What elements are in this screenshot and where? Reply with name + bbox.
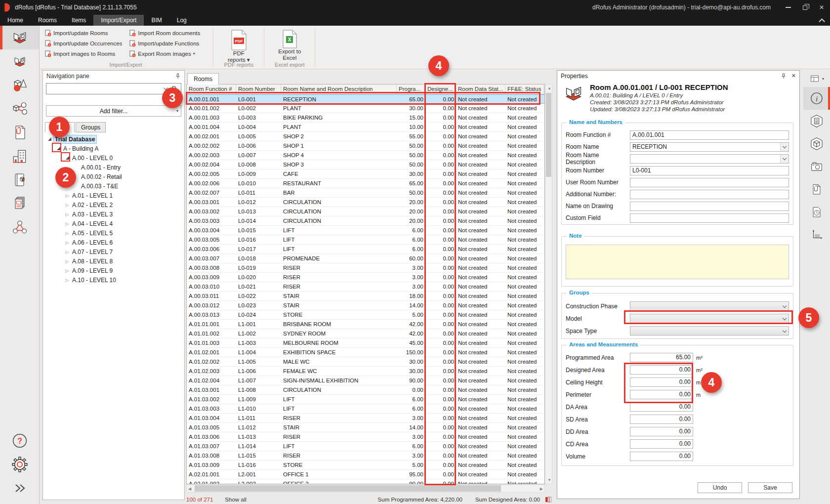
table-row[interactable]: A.00.03.011L0-022STAIR18.000.00Not creat…: [187, 292, 544, 301]
field-name-on-drawing[interactable]: [630, 202, 789, 211]
field-additional-number-[interactable]: [630, 190, 789, 199]
undo-button[interactable]: Undo: [698, 482, 742, 493]
table-row[interactable]: A.00.02.003L0-007SHOP 450.000.00Not crea…: [187, 151, 544, 160]
scroll-left-icon[interactable]: ◀: [188, 487, 191, 491]
table-row[interactable]: A.00.01.003L0-003BIKE PARKING15.000.00No…: [187, 113, 544, 123]
horizontal-scrollbar[interactable]: ◀ ▶: [186, 484, 545, 493]
report-book-icon[interactable]: [545, 496, 552, 503]
table-row[interactable]: A.00.03.012L0-023STAIR14.000.00Not creat…: [187, 301, 544, 310]
table-row[interactable]: A.00.03.003L0-014CIRCULATION20.000.00Not…: [187, 216, 544, 226]
column-header[interactable]: Room Name and Room Description: [281, 84, 397, 94]
field-construction-phase[interactable]: [630, 301, 789, 311]
menu-tab-rooms[interactable]: Rooms: [31, 15, 64, 26]
tree-collapsed-arrow-icon[interactable]: ▷: [64, 192, 71, 199]
column-header[interactable]: Room Number: [236, 84, 281, 94]
sidebar-item-items[interactable]: [0, 73, 39, 97]
tree-item[interactable]: ▷A.04 - LEVEL 4: [43, 219, 184, 228]
table-row[interactable]: A.01.03.008L1-015RISER3.000.00Not create…: [187, 451, 544, 461]
column-header[interactable]: Room Function #: [187, 84, 236, 94]
close-button[interactable]: ✕: [813, 0, 830, 15]
pdf-reports-button[interactable]: PDF PDF reports ▾: [219, 28, 258, 61]
tool-room-images[interactable]: [803, 155, 830, 178]
tree-expanded-arrow-icon[interactable]: [55, 145, 62, 152]
table-row[interactable]: A.01.03.002L1-009LIFT6.000.00Not created…: [187, 395, 544, 404]
close-icon[interactable]: ✕: [791, 73, 796, 79]
field-programmed-area[interactable]: 65.00: [630, 353, 693, 362]
table-row[interactable]: A.02.01.001L2-001OFFICE 195.000.00Not cr…: [187, 470, 544, 479]
chevron-down-icon[interactable]: ▾: [176, 109, 178, 113]
column-header[interactable]: Progra...: [397, 84, 425, 94]
table-row[interactable]: A.00.02.001L0-005SHOP 255.000.00Not crea…: [187, 132, 544, 141]
table-row[interactable]: A.01.03.006L1-013RISER3.000.00Not create…: [187, 432, 544, 442]
tree-item[interactable]: ▷A.01 - LEVEL 1: [43, 191, 184, 200]
chevron-down-icon[interactable]: [780, 302, 788, 310]
table-row[interactable]: A.00.03.009L0-020RISER3.000.00Not create…: [187, 273, 544, 282]
table-row[interactable]: A.00.03.013L0-024STORE5.000.00Not create…: [187, 310, 544, 320]
table-row[interactable]: A.01.01.002L1-002SYDNEY ROOM42.000.00Not…: [187, 329, 544, 338]
tree-collapsed-arrow-icon[interactable]: ▷: [64, 258, 71, 265]
field-custom-field[interactable]: [630, 213, 789, 223]
table-row[interactable]: A.01.02.002L1-005MALE WC30.000.00Not cre…: [187, 357, 544, 367]
table-row[interactable]: A.00.01.001L0-001RECEPTION65.000.00Not c…: [187, 94, 544, 104]
field-designed-area[interactable]: 0.00: [630, 365, 693, 375]
table-row[interactable]: A.01.02.001L1-004EXHIBITION SPACE150.000…: [187, 348, 544, 357]
ribbon-button-import-update-rooms[interactable]: Import/update Rooms: [44, 28, 122, 38]
tree-item[interactable]: ▷A.07 - LEVEL 7: [43, 247, 184, 256]
table-row[interactable]: A.01.03.001L1-008CIRCULATION0.000.00Not …: [187, 385, 544, 395]
nav-tab-groups[interactable]: Groups: [76, 122, 106, 132]
table-row[interactable]: A.02.01.002L2-002OFFICE 290.000.00Not cr…: [187, 479, 544, 484]
field-room-name[interactable]: RECEPTION: [630, 142, 789, 152]
table-row[interactable]: A.00.03.007L0-018PROMENADE60.000.00Not c…: [187, 254, 544, 263]
menu-tab-importexport[interactable]: Import/Export: [93, 15, 144, 26]
vertical-scrollbar[interactable]: ▲ ▼: [545, 84, 552, 484]
tree-item[interactable]: A.00 - LEVEL 0: [43, 153, 184, 163]
export-to-excel-button[interactable]: X Export to Excel: [270, 28, 309, 61]
sidebar-item-rooms[interactable]: [0, 26, 39, 49]
table-row[interactable]: A.00.02.002L0-006SHOP 150.000.00Not crea…: [187, 141, 544, 151]
sidebar-item-documents[interactable]: [0, 121, 39, 144]
table-row[interactable]: A.00.03.008L0-019RISER3.000.00Not create…: [187, 263, 544, 273]
ribbon-button-export-room-images[interactable]: Export Room images▾: [129, 48, 200, 59]
table-row[interactable]: A.00.02.004L0-008SHOP 350.000.00Not crea…: [187, 160, 544, 169]
tree-item[interactable]: ▷A.05 - LEVEL 5: [43, 228, 184, 238]
tree-item[interactable]: ▷A.02 - LEVEL 2: [43, 200, 184, 210]
search-input[interactable]: [46, 83, 181, 94]
column-header[interactable]: FF&E: Status: [505, 84, 544, 94]
collapse-ribbon-button[interactable]: [819, 15, 823, 26]
scroll-down-icon[interactable]: ▼: [547, 478, 551, 482]
sidebar-item-buildings[interactable]: [0, 144, 39, 168]
ribbon-button-import-images-to-rooms[interactable]: Import images to Rooms: [44, 48, 122, 59]
column-header[interactable]: Room Data Stat...: [456, 84, 505, 94]
tool-room-measurements[interactable]: [803, 223, 830, 246]
field-volume[interactable]: 0.00: [630, 452, 693, 461]
sidebar-item-relations[interactable]: [0, 215, 39, 239]
sidebar-item-help[interactable]: ?: [0, 429, 40, 453]
table-row[interactable]: A.00.03.010L0-021RISER3.000.00Not create…: [187, 282, 544, 292]
table-row[interactable]: A.01.03.004L1-011RISER3.000.00Not create…: [187, 414, 544, 423]
show-all-link[interactable]: Show all: [225, 497, 246, 503]
table-row[interactable]: A.00.03.004L0-015LIFT6.000.00Not created…: [187, 226, 544, 235]
chevron-down-icon[interactable]: [780, 143, 788, 151]
add-filter-button[interactable]: Add filter... ▾: [46, 105, 181, 117]
tree-collapsed-arrow-icon[interactable]: ▷: [64, 211, 71, 218]
table-row[interactable]: A.01.01.003L1-003MELBOURNE ROOM45.000.00…: [187, 338, 544, 348]
tool-panel-layout[interactable]: ▾: [803, 70, 830, 87]
table-row[interactable]: A.00.02.006L0-010RESTAURANT65.000.00Not …: [187, 179, 544, 188]
tree-item[interactable]: ▷A.09 - LEVEL 9: [43, 266, 184, 275]
field-room-name-description[interactable]: [630, 154, 789, 164]
tree-collapsed-arrow-icon[interactable]: ▷: [64, 202, 71, 209]
tree-expanded-arrow-icon[interactable]: [46, 136, 53, 143]
table-row[interactable]: A.01.02.003L1-006FEMALE WC30.000.00Not c…: [187, 367, 544, 376]
ribbon-button-import-update-functions[interactable]: Import/update Functions: [129, 38, 200, 48]
table-row[interactable]: A.01.03.007L1-014LIFT6.000.00Not created…: [187, 442, 544, 451]
scroll-right-icon[interactable]: ▶: [540, 487, 543, 491]
field-cd-area[interactable]: 0.00: [630, 439, 693, 449]
table-row[interactable]: A.00.03.005L0-016LIFT6.000.00Not created…: [187, 235, 544, 245]
field-user-room-number[interactable]: [630, 178, 789, 187]
tree-collapsed-arrow-icon[interactable]: ▷: [64, 239, 71, 246]
chevron-down-icon[interactable]: [780, 155, 788, 163]
tree-item[interactable]: A - Building A: [43, 144, 184, 153]
sidebar-item-reports[interactable]: [0, 192, 39, 215]
tree-collapsed-arrow-icon[interactable]: ▷: [64, 267, 71, 274]
field-room-number[interactable]: L0-001: [630, 166, 789, 175]
